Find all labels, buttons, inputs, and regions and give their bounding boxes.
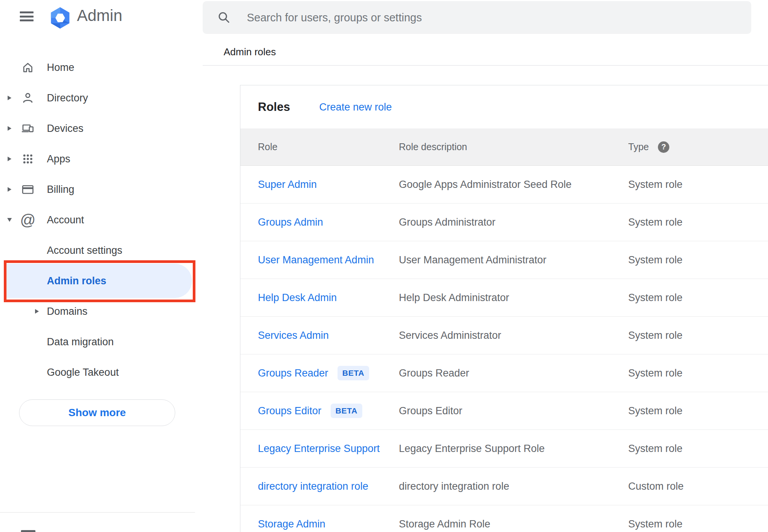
role-link[interactable]: Services Admin (258, 330, 329, 341)
sidebar-item-label: Admin roles (47, 275, 106, 287)
sidebar-item-account[interactable]: @Account (0, 205, 195, 235)
role-cell: Services Admin (258, 330, 329, 341)
person-icon (21, 91, 35, 105)
chevron-right-icon (8, 96, 11, 100)
sidebar-item-admin-roles[interactable]: Admin roles (0, 266, 195, 296)
sidebar-nav: HomeDirectoryDevicesAppsBilling@AccountA… (0, 52, 195, 388)
show-more-button[interactable]: Show more (19, 399, 175, 426)
sidebar-item-directory[interactable]: Directory (0, 83, 195, 113)
role-type: System role (628, 179, 683, 191)
sidebar-item-apps[interactable]: Apps (0, 144, 195, 174)
role-link[interactable]: Super Admin (258, 179, 317, 191)
at-icon: @ (21, 213, 35, 227)
menu-icon[interactable] (20, 11, 34, 21)
sidebar-item-home[interactable]: Home (0, 52, 195, 83)
home-icon (21, 61, 35, 74)
role-type: System role (628, 292, 683, 304)
role-description: Groups Administrator (399, 216, 496, 228)
chevron-right-icon (8, 157, 11, 161)
sidebar-item-label: Directory (47, 92, 88, 104)
role-link[interactable]: Groups Admin (258, 216, 323, 228)
roles-table-body: Super AdminGoogle Apps Administrator See… (240, 166, 768, 532)
role-cell: Help Desk Admin (258, 292, 337, 304)
role-description: Legacy Enterprise Support Role (399, 443, 545, 455)
role-description: User Management Administrator (399, 254, 546, 266)
sidebar-item-label: Account settings (47, 245, 122, 256)
table-row: Groups EditorBETAGroups EditorSystem rol… (240, 392, 768, 430)
role-cell: Groups ReaderBETA (258, 366, 369, 380)
role-type: Custom role (628, 481, 684, 492)
table-row: Legacy Enterprise SupportLegacy Enterpri… (240, 430, 768, 468)
app-title: Admin (77, 5, 122, 26)
search-input[interactable]: Search for users, groups or settings (203, 1, 751, 34)
search-placeholder: Search for users, groups or settings (247, 11, 422, 24)
role-type: System role (628, 367, 683, 379)
role-link[interactable]: Groups Editor (258, 405, 322, 417)
sidebar-item-label: Account (47, 214, 84, 226)
roles-card-header: Roles Create new role (240, 85, 768, 128)
role-link[interactable]: Storage Admin (258, 518, 325, 530)
role-description: Google Apps Administrator Seed Role (399, 179, 571, 191)
role-cell: Legacy Enterprise Support (258, 443, 380, 455)
table-row: Services AdminServices AdministratorSyst… (240, 317, 768, 354)
sidebar-item-google-takeout[interactable]: Google Takeout (0, 357, 195, 388)
role-link[interactable]: Help Desk Admin (258, 292, 337, 304)
role-cell: User Management Admin (258, 254, 374, 266)
sidebar-item-label: Data migration (47, 336, 114, 348)
help-icon[interactable]: ? (658, 141, 669, 153)
breadcrumb: Admin roles (224, 46, 276, 58)
table-row: Help Desk AdminHelp Desk AdministratorSy… (240, 279, 768, 317)
chevron-right-icon (8, 126, 11, 131)
search-icon (217, 11, 231, 24)
role-type: System role (628, 216, 683, 228)
column-header-role: Role (258, 128, 277, 165)
role-description: Groups Editor (399, 405, 462, 417)
role-cell: directory integration role (258, 481, 368, 492)
roles-card: Roles Create new role Role Role descript… (240, 85, 768, 532)
role-type: System role (628, 254, 683, 266)
create-new-role-link[interactable]: Create new role (319, 101, 392, 113)
sidebar-divider (0, 512, 195, 513)
table-row: Storage AdminStorage Admin RoleSystem ro… (240, 505, 768, 532)
role-description: Groups Reader (399, 367, 469, 379)
sidebar-item-data-migration[interactable]: Data migration (0, 327, 195, 357)
column-header-type: Type ? (628, 128, 669, 165)
table-row: Super AdminGoogle Apps Administrator See… (240, 166, 768, 204)
admin-logo-icon (48, 6, 72, 30)
content-divider (203, 65, 768, 66)
sidebar-item-domains[interactable]: Domains (0, 296, 195, 327)
sidebar-item-billing[interactable]: Billing (0, 174, 195, 205)
apps-icon (21, 152, 35, 166)
role-link[interactable]: Groups Reader (258, 367, 328, 379)
sidebar-item-label: Devices (47, 123, 83, 135)
beta-badge: BETA (338, 366, 370, 380)
role-type: System role (628, 443, 683, 455)
role-description: Services Administrator (399, 330, 501, 341)
sidebar-item-account-settings[interactable]: Account settings (0, 235, 195, 266)
role-link[interactable]: directory integration role (258, 481, 368, 492)
role-link[interactable]: User Management Admin (258, 254, 374, 266)
roles-title: Roles (258, 100, 290, 114)
table-row: Groups AdminGroups AdministratorSystem r… (240, 204, 768, 241)
sidebar-item-devices[interactable]: Devices (0, 113, 195, 144)
role-description: directory integration role (399, 481, 509, 492)
role-description: Storage Admin Role (399, 518, 490, 530)
role-type: System role (628, 518, 683, 530)
role-link[interactable]: Legacy Enterprise Support (258, 443, 380, 455)
table-header-row: Role Role description Type ? (240, 128, 768, 166)
role-cell: Super Admin (258, 179, 317, 191)
sidebar-item-label: Domains (47, 306, 88, 317)
role-type: System role (628, 330, 683, 341)
role-cell: Groups Admin (258, 216, 323, 228)
table-row: Groups ReaderBETAGroups ReaderSystem rol… (240, 354, 768, 392)
sidebar-item-label: Google Takeout (47, 367, 119, 378)
sidebar: Admin HomeDirectoryDevicesAppsBilling@Ac… (0, 0, 195, 532)
devices-icon (21, 122, 35, 135)
chevron-right-icon (8, 187, 11, 192)
role-description: Help Desk Administrator (399, 292, 509, 304)
chevron-down-icon (7, 218, 12, 222)
chevron-right-icon (35, 309, 39, 314)
sidebar-item-label: Home (47, 62, 74, 74)
role-type: System role (628, 405, 683, 417)
cutoff-menu-icon (21, 530, 35, 532)
